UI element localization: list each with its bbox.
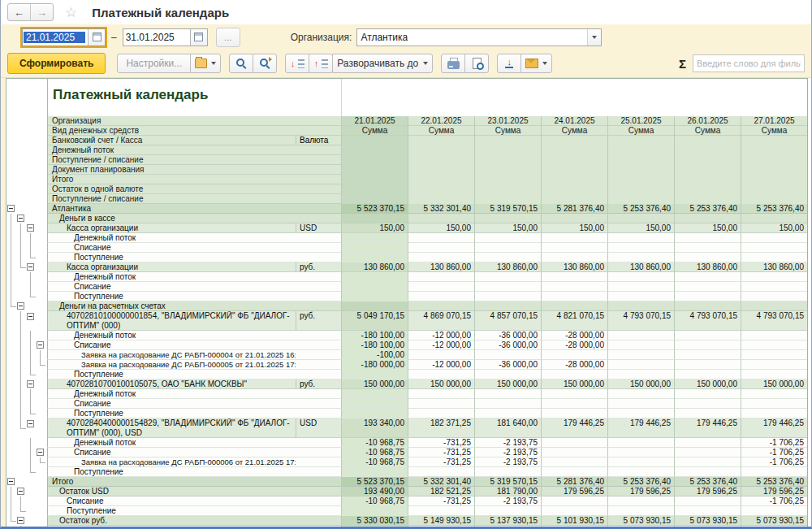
print-button[interactable] bbox=[441, 54, 465, 73]
search-next-button[interactable] bbox=[253, 54, 277, 73]
row-label[interactable]: Списание bbox=[47, 448, 296, 457]
row-label: Заявка на расходование ДС РАБП-000005 от… bbox=[47, 360, 296, 370]
cell-value: 150,00 bbox=[607, 223, 674, 233]
date-to-input[interactable]: 31.01.2025 bbox=[123, 28, 208, 46]
collapse-toggle[interactable] bbox=[17, 215, 24, 222]
collapse-toggle[interactable] bbox=[37, 449, 44, 456]
row-label[interactable]: Атлантика bbox=[47, 204, 296, 214]
cell-value: 4 821 070,15 bbox=[541, 311, 607, 331]
cell-value: -100,00 bbox=[341, 350, 408, 360]
collapse-rows-button[interactable]: ↓ bbox=[285, 54, 309, 73]
row-label[interactable]: Касса организации bbox=[47, 223, 296, 233]
table-row: 40702840400000154829, "ВЛАДИМИРСКИЙ" ФБ … bbox=[6, 418, 807, 438]
cell-value bbox=[474, 409, 541, 418]
cell-value: 130 860,00 bbox=[607, 262, 674, 272]
row-currency: USD bbox=[296, 418, 341, 438]
row-currency bbox=[296, 409, 341, 418]
date-to-calendar-button[interactable] bbox=[190, 29, 207, 46]
back-button[interactable]: ← bbox=[8, 4, 31, 20]
organization-dropdown-button[interactable] bbox=[587, 29, 601, 46]
cell-value: 193 340,00 bbox=[341, 418, 408, 438]
cell-value: 130 860,00 bbox=[474, 262, 541, 272]
date-from-input[interactable]: 21.01.2025 bbox=[22, 28, 106, 46]
collapse-rows-icon: ↓ bbox=[291, 59, 304, 68]
cell-value bbox=[674, 399, 741, 409]
cell-value bbox=[541, 282, 607, 292]
cell-value: 150 000,00 bbox=[341, 379, 408, 389]
collapse-toggle[interactable] bbox=[37, 341, 44, 349]
cell-value bbox=[341, 506, 408, 516]
row-currency bbox=[296, 506, 341, 516]
collapse-toggle[interactable] bbox=[27, 224, 34, 232]
cell-value bbox=[607, 340, 674, 350]
preview-button[interactable] bbox=[464, 54, 489, 73]
row-label[interactable]: Деньги на расчетных счетах bbox=[47, 301, 296, 311]
organization-select[interactable]: Атлантика bbox=[356, 28, 602, 46]
row-label: Поступление bbox=[47, 292, 296, 301]
collapse-toggle[interactable] bbox=[27, 313, 34, 320]
settings-button[interactable]: Настройки... bbox=[117, 54, 191, 73]
email-button[interactable] bbox=[520, 54, 552, 73]
cell-value: -1 706,25 bbox=[741, 438, 807, 448]
cell-value: 181 640,00 bbox=[474, 418, 541, 438]
search-button[interactable] bbox=[229, 54, 253, 73]
expand-rows-button[interactable]: ↑ bbox=[309, 54, 333, 73]
collapse-toggle[interactable] bbox=[27, 380, 34, 388]
more-options-button[interactable]: ... bbox=[216, 28, 240, 47]
filter-input[interactable] bbox=[693, 54, 805, 72]
sum-sigma-icon[interactable]: Σ bbox=[679, 57, 686, 71]
collapse-toggle[interactable] bbox=[17, 517, 24, 524]
cell-value bbox=[408, 506, 474, 516]
row-label[interactable]: Списание bbox=[47, 340, 296, 350]
row-label[interactable]: Остаток руб. bbox=[47, 516, 296, 526]
collapse-toggle[interactable] bbox=[7, 205, 15, 212]
row-label[interactable]: Остаток USD bbox=[47, 487, 296, 496]
chevron-down-icon bbox=[592, 36, 597, 39]
row-label[interactable]: Деньги в кассе bbox=[47, 214, 296, 223]
row-label[interactable]: 40702810700100105075, ОАО "БАНК МОСКВЫ" bbox=[47, 379, 296, 389]
row-label[interactable]: 40702810100000001854, "ВЛАДИМИРСКИЙ" ФБ … bbox=[47, 311, 296, 331]
cell-value bbox=[408, 389, 474, 399]
cell-value bbox=[741, 389, 807, 399]
row-label[interactable]: Касса организации bbox=[47, 262, 296, 272]
row-label[interactable]: Итого bbox=[47, 477, 296, 487]
cell-value: 150,00 bbox=[341, 223, 408, 233]
date-label: 22.01.2025 bbox=[408, 116, 474, 126]
cell-value: 4 793 070,15 bbox=[674, 311, 741, 331]
chevron-down-icon bbox=[211, 62, 216, 65]
row-currency bbox=[296, 360, 341, 370]
cell-value bbox=[541, 467, 607, 477]
cell-value bbox=[607, 301, 674, 311]
collapse-toggle[interactable] bbox=[17, 302, 24, 310]
generate-button[interactable]: Сформировать bbox=[7, 53, 106, 74]
cell-value: -10 968,75 bbox=[341, 496, 408, 506]
save-button[interactable]: ↓ bbox=[497, 54, 521, 73]
cell-value bbox=[741, 409, 807, 418]
cell-value bbox=[674, 467, 741, 477]
collapse-toggle[interactable] bbox=[17, 488, 24, 495]
collapse-toggle[interactable] bbox=[27, 420, 34, 427]
cell-value bbox=[474, 506, 541, 516]
organization-label: Организация: bbox=[291, 32, 352, 43]
row-currency bbox=[296, 204, 341, 214]
cell-value bbox=[674, 448, 741, 457]
cell-value bbox=[541, 370, 607, 379]
favorite-star-icon[interactable]: ☆ bbox=[65, 6, 77, 20]
report-variants-button[interactable] bbox=[190, 54, 221, 73]
header-label: Банковский счет / Касса bbox=[48, 136, 296, 145]
cell-value: 5 332 301,40 bbox=[408, 204, 474, 214]
cell-value bbox=[474, 214, 541, 223]
cell-value: -12 000,00 bbox=[408, 360, 474, 370]
collapse-toggle[interactable] bbox=[27, 263, 34, 271]
cell-value: 5 149 930,15 bbox=[408, 516, 474, 526]
forward-button[interactable]: → bbox=[31, 4, 53, 20]
row-label[interactable]: 40702840400000154829, "ВЛАДИМИРСКИЙ" ФБ … bbox=[47, 418, 296, 438]
date-from-calendar-button[interactable] bbox=[88, 29, 105, 46]
row-label: Поступление bbox=[47, 467, 296, 477]
collapse-toggle[interactable] bbox=[7, 478, 15, 485]
expand-to-label: Разворачивать до bbox=[337, 58, 418, 69]
cell-value bbox=[541, 253, 607, 262]
back-arrow-icon: ← bbox=[14, 7, 24, 19]
cell-value: -180 100,00 bbox=[341, 340, 408, 350]
expand-to-button[interactable]: Разворачивать до bbox=[332, 54, 433, 73]
